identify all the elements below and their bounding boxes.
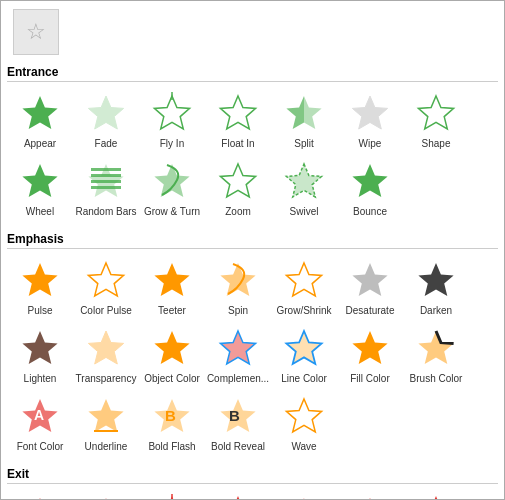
star-icon-grow-turn xyxy=(148,156,196,204)
anim-label-wheel: Wheel xyxy=(26,206,54,218)
anim-label-fly-in: Fly In xyxy=(160,138,184,150)
anim-label-brush-color: Brush Color xyxy=(410,373,463,385)
anim-item-line-color[interactable]: Line Color xyxy=(271,323,337,385)
star-icon-split xyxy=(280,88,328,136)
anim-label-bounce-entrance: Bounce xyxy=(353,206,387,218)
anim-item-desaturate[interactable]: Desaturate xyxy=(337,255,403,317)
anim-item-wave[interactable]: Wave xyxy=(271,391,337,453)
anim-label-fade: Fade xyxy=(95,138,118,150)
anim-item-fly-out[interactable]: Fly Out xyxy=(139,490,205,499)
anim-item-fade-exit[interactable]: Fade xyxy=(73,490,139,499)
anim-label-font-color: Font Color xyxy=(17,441,64,453)
star-icon-color-pulse xyxy=(82,255,130,303)
anim-label-line-color: Line Color xyxy=(281,373,327,385)
star-icon-fly-out xyxy=(148,490,196,499)
svg-rect-4 xyxy=(91,174,121,177)
anim-item-split-exit[interactable]: Split xyxy=(271,490,337,499)
anim-item-disappear[interactable]: Disappear xyxy=(7,490,73,499)
anim-item-brush-color[interactable]: Brush Color xyxy=(403,323,469,385)
star-icon-fly-in xyxy=(148,88,196,136)
anim-item-complement[interactable]: Complemen... xyxy=(205,323,271,385)
star-icon-float-out xyxy=(214,490,262,499)
star-icon-spin xyxy=(214,255,262,303)
anim-item-grow-shrink[interactable]: Grow/Shrink xyxy=(271,255,337,317)
svg-rect-12 xyxy=(284,494,304,499)
scrollable-content[interactable]: ☆ EntranceAppearFade Fly InFloat In Spli… xyxy=(1,1,504,499)
star-icon-appear xyxy=(16,88,64,136)
star-icon-wheel xyxy=(16,156,64,204)
anim-label-zoom: Zoom xyxy=(225,206,251,218)
anim-item-bold-flash[interactable]: B Bold Flash xyxy=(139,391,205,453)
section-header-entrance: Entrance xyxy=(7,65,498,82)
anim-label-color-pulse: Color Pulse xyxy=(80,305,132,317)
star-icon-teeter xyxy=(148,255,196,303)
anim-item-float-out[interactable]: Float Out xyxy=(205,490,271,499)
anim-grid-exit: DisappearFade Fly OutFloat Out SplitWipe… xyxy=(7,490,498,499)
sections-container: EntranceAppearFade Fly InFloat In SplitW… xyxy=(7,65,498,499)
anim-item-darken[interactable]: Darken xyxy=(403,255,469,317)
anim-label-bold-flash: Bold Flash xyxy=(148,441,195,453)
svg-rect-5 xyxy=(91,180,121,183)
star-icon-fill-color xyxy=(346,323,394,371)
anim-item-spin[interactable]: Spin xyxy=(205,255,271,317)
anim-label-bold-reveal: Bold Reveal xyxy=(211,441,265,453)
star-icon-shape-exit xyxy=(412,490,460,499)
anim-item-float-in[interactable]: Float In xyxy=(205,88,271,150)
anim-item-grow-turn[interactable]: Grow & Turn xyxy=(139,156,205,218)
anim-label-grow-turn: Grow & Turn xyxy=(144,206,200,218)
anim-item-teeter[interactable]: Teeter xyxy=(139,255,205,317)
anim-label-underline: Underline xyxy=(85,441,128,453)
star-icon-bold-reveal: B xyxy=(214,391,262,439)
star-icon-zoom xyxy=(214,156,262,204)
anim-item-bold-reveal[interactable]: B Bold Reveal xyxy=(205,391,271,453)
svg-text:B: B xyxy=(229,407,240,424)
anim-item-wipe[interactable]: Wipe xyxy=(337,88,403,150)
none-star-icon: ☆ xyxy=(26,19,46,45)
star-icon-wipe xyxy=(346,88,394,136)
none-section: ☆ xyxy=(7,5,498,57)
anim-item-appear[interactable]: Appear xyxy=(7,88,73,150)
anim-label-darken: Darken xyxy=(420,305,452,317)
anim-item-split[interactable]: Split xyxy=(271,88,337,150)
star-icon-complement xyxy=(214,323,262,371)
anim-label-pulse: Pulse xyxy=(27,305,52,317)
anim-label-float-in: Float In xyxy=(221,138,254,150)
anim-label-teeter: Teeter xyxy=(158,305,186,317)
anim-item-color-pulse[interactable]: Color Pulse xyxy=(73,255,139,317)
anim-label-wave: Wave xyxy=(291,441,316,453)
anim-item-zoom[interactable]: Zoom xyxy=(205,156,271,218)
star-icon-disappear xyxy=(16,490,64,499)
star-icon-float-in xyxy=(214,88,262,136)
anim-label-desaturate: Desaturate xyxy=(346,305,395,317)
anim-item-random-bars[interactable]: Random Bars xyxy=(73,156,139,218)
anim-item-fade[interactable]: Fade xyxy=(73,88,139,150)
anim-item-shape[interactable]: Shape xyxy=(403,88,469,150)
animation-panel: ☆ EntranceAppearFade Fly InFloat In Spli… xyxy=(0,0,505,500)
none-item[interactable]: ☆ xyxy=(7,9,65,57)
anim-label-fill-color: Fill Color xyxy=(350,373,389,385)
anim-item-fly-in[interactable]: Fly In xyxy=(139,88,205,150)
anim-item-fill-color[interactable]: Fill Color xyxy=(337,323,403,385)
anim-item-transparency[interactable]: Transparency xyxy=(73,323,139,385)
anim-item-lighten[interactable]: Lighten xyxy=(7,323,73,385)
star-icon-pulse xyxy=(16,255,64,303)
section-emphasis: EmphasisPulseColor PulseTeeter SpinGrow/… xyxy=(7,232,498,459)
anim-label-spin: Spin xyxy=(228,305,248,317)
anim-item-object-color[interactable]: Object Color xyxy=(139,323,205,385)
anim-item-wipe-exit[interactable]: Wipe xyxy=(337,490,403,499)
svg-rect-3 xyxy=(91,168,121,171)
anim-item-pulse[interactable]: Pulse xyxy=(7,255,73,317)
anim-item-wheel[interactable]: Wheel xyxy=(7,156,73,218)
anim-item-shape-exit[interactable]: Shape xyxy=(403,490,469,499)
anim-item-swivel[interactable]: Swivel xyxy=(271,156,337,218)
anim-item-bounce-entrance[interactable]: Bounce xyxy=(337,156,403,218)
anim-item-underline[interactable]: Underline xyxy=(73,391,139,453)
anim-label-shape: Shape xyxy=(422,138,451,150)
star-icon-line-color xyxy=(280,323,328,371)
svg-rect-6 xyxy=(91,186,121,189)
anim-grid-entrance: AppearFade Fly InFloat In SplitWipeShape… xyxy=(7,88,498,224)
anim-label-complement: Complemen... xyxy=(207,373,269,385)
anim-item-font-color[interactable]: A Font Color xyxy=(7,391,73,453)
svg-text:B: B xyxy=(165,407,176,424)
svg-text:A: A xyxy=(34,407,44,423)
